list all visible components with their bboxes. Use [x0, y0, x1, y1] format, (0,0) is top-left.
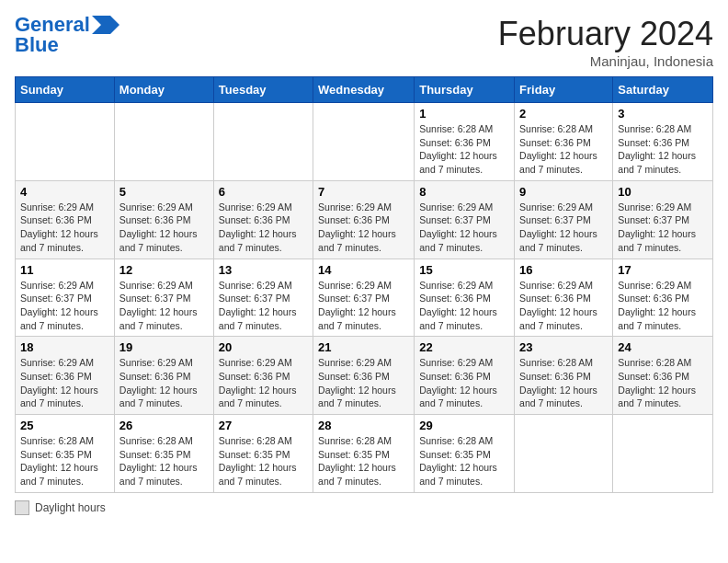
day-detail: Sunrise: 6:29 AM Sunset: 6:36 PM Dayligh… — [20, 201, 109, 255]
day-detail: Sunrise: 6:28 AM Sunset: 6:35 PM Dayligh… — [20, 434, 109, 488]
day-number: 7 — [318, 185, 409, 199]
day-number: 17 — [618, 263, 708, 277]
day-detail: Sunrise: 6:28 AM Sunset: 6:35 PM Dayligh… — [318, 434, 409, 488]
day-number: 21 — [318, 340, 409, 354]
calendar-cell: 14Sunrise: 6:29 AM Sunset: 6:37 PM Dayli… — [313, 259, 415, 337]
day-detail: Sunrise: 6:29 AM Sunset: 6:36 PM Dayligh… — [519, 279, 608, 333]
logo-blue-text: Blue — [15, 35, 59, 55]
day-header-tuesday: Tuesday — [213, 77, 313, 103]
calendar-cell: 24Sunrise: 6:28 AM Sunset: 6:36 PM Dayli… — [613, 337, 713, 415]
day-detail: Sunrise: 6:29 AM Sunset: 6:36 PM Dayligh… — [618, 279, 708, 333]
calendar-cell: 19Sunrise: 6:29 AM Sunset: 6:36 PM Dayli… — [114, 337, 213, 415]
day-number: 4 — [20, 185, 109, 199]
calendar-cell — [313, 103, 415, 181]
day-detail: Sunrise: 6:29 AM Sunset: 6:36 PM Dayligh… — [20, 356, 109, 410]
calendar-cell: 6Sunrise: 6:29 AM Sunset: 6:36 PM Daylig… — [213, 180, 313, 259]
calendar-cell — [114, 103, 213, 181]
day-number: 20 — [219, 340, 308, 354]
month-title: February 2024 — [498, 15, 713, 53]
day-detail: Sunrise: 6:29 AM Sunset: 6:37 PM Dayligh… — [219, 279, 308, 333]
day-detail: Sunrise: 6:29 AM Sunset: 6:37 PM Dayligh… — [119, 279, 209, 333]
day-number: 27 — [219, 419, 308, 432]
calendar-cell: 27Sunrise: 6:28 AM Sunset: 6:35 PM Dayli… — [213, 415, 313, 493]
day-number: 15 — [419, 263, 509, 277]
day-detail: Sunrise: 6:29 AM Sunset: 6:37 PM Dayligh… — [618, 201, 708, 255]
calendar-cell — [515, 415, 613, 493]
day-detail: Sunrise: 6:29 AM Sunset: 6:36 PM Dayligh… — [219, 356, 308, 410]
day-detail: Sunrise: 6:29 AM Sunset: 6:36 PM Dayligh… — [119, 356, 209, 410]
day-detail: Sunrise: 6:29 AM Sunset: 6:36 PM Dayligh… — [119, 201, 209, 255]
day-detail: Sunrise: 6:28 AM Sunset: 6:35 PM Dayligh… — [119, 434, 209, 488]
day-number: 13 — [219, 263, 308, 277]
calendar-cell: 10Sunrise: 6:29 AM Sunset: 6:37 PM Dayli… — [613, 180, 713, 259]
calendar-table: SundayMondayTuesdayWednesdayThursdayFrid… — [15, 76, 713, 493]
calendar-cell: 29Sunrise: 6:28 AM Sunset: 6:35 PM Dayli… — [415, 415, 515, 493]
calendar-cell: 3Sunrise: 6:28 AM Sunset: 6:36 PM Daylig… — [613, 103, 713, 181]
day-header-friday: Friday — [515, 77, 613, 103]
day-number: 28 — [318, 419, 409, 432]
calendar-cell: 25Sunrise: 6:28 AM Sunset: 6:35 PM Dayli… — [16, 415, 115, 493]
day-number: 10 — [618, 185, 708, 199]
day-detail: Sunrise: 6:28 AM Sunset: 6:35 PM Dayligh… — [419, 434, 509, 488]
day-detail: Sunrise: 6:28 AM Sunset: 6:35 PM Dayligh… — [219, 434, 308, 488]
day-number: 5 — [119, 185, 209, 199]
day-header-wednesday: Wednesday — [313, 77, 415, 103]
calendar-cell — [613, 415, 713, 493]
day-detail: Sunrise: 6:28 AM Sunset: 6:36 PM Dayligh… — [419, 122, 509, 177]
day-number: 16 — [519, 263, 608, 277]
day-number: 23 — [519, 340, 608, 354]
day-number: 19 — [119, 340, 209, 354]
day-number: 25 — [20, 419, 109, 432]
calendar-cell: 11Sunrise: 6:29 AM Sunset: 6:37 PM Dayli… — [16, 259, 115, 337]
day-number: 14 — [318, 263, 409, 277]
calendar-cell: 9Sunrise: 6:29 AM Sunset: 6:37 PM Daylig… — [515, 180, 613, 259]
day-number: 26 — [119, 419, 209, 432]
calendar-cell: 12Sunrise: 6:29 AM Sunset: 6:37 PM Dayli… — [114, 259, 213, 337]
title-block: February 2024 Maninjau, Indonesia — [498, 15, 713, 69]
calendar-cell: 4Sunrise: 6:29 AM Sunset: 6:36 PM Daylig… — [16, 180, 115, 259]
legend-label: Daylight hours — [35, 501, 106, 514]
day-header-sunday: Sunday — [16, 77, 115, 103]
day-header-monday: Monday — [114, 77, 213, 103]
calendar-cell: 23Sunrise: 6:28 AM Sunset: 6:36 PM Dayli… — [515, 337, 613, 415]
day-number: 22 — [419, 340, 509, 354]
calendar-cell: 8Sunrise: 6:29 AM Sunset: 6:37 PM Daylig… — [415, 180, 515, 259]
calendar-cell: 26Sunrise: 6:28 AM Sunset: 6:35 PM Dayli… — [114, 415, 213, 493]
calendar-cell: 17Sunrise: 6:29 AM Sunset: 6:36 PM Dayli… — [613, 259, 713, 337]
calendar-cell: 5Sunrise: 6:29 AM Sunset: 6:36 PM Daylig… — [114, 180, 213, 259]
day-detail: Sunrise: 6:28 AM Sunset: 6:36 PM Dayligh… — [519, 122, 608, 177]
day-detail: Sunrise: 6:29 AM Sunset: 6:36 PM Dayligh… — [219, 201, 308, 255]
calendar-cell: 1Sunrise: 6:28 AM Sunset: 6:36 PM Daylig… — [415, 103, 515, 181]
calendar-cell: 22Sunrise: 6:29 AM Sunset: 6:36 PM Dayli… — [415, 337, 515, 415]
calendar-cell — [16, 103, 115, 181]
calendar-cell: 18Sunrise: 6:29 AM Sunset: 6:36 PM Dayli… — [16, 337, 115, 415]
day-number: 11 — [20, 263, 109, 277]
calendar-cell: 7Sunrise: 6:29 AM Sunset: 6:36 PM Daylig… — [313, 180, 415, 259]
day-number: 29 — [419, 419, 509, 432]
logo-text: General — [15, 15, 90, 35]
day-number: 6 — [219, 185, 308, 199]
day-number: 2 — [519, 107, 608, 121]
page-header: General Blue February 2024 Maninjau, Ind… — [15, 15, 713, 69]
calendar-cell: 16Sunrise: 6:29 AM Sunset: 6:36 PM Dayli… — [515, 259, 613, 337]
day-detail: Sunrise: 6:29 AM Sunset: 6:36 PM Dayligh… — [419, 279, 509, 333]
day-number: 1 — [419, 107, 509, 121]
calendar-cell: 21Sunrise: 6:29 AM Sunset: 6:36 PM Dayli… — [313, 337, 415, 415]
day-detail: Sunrise: 6:29 AM Sunset: 6:36 PM Dayligh… — [318, 356, 409, 410]
calendar-cell: 20Sunrise: 6:29 AM Sunset: 6:36 PM Dayli… — [213, 337, 313, 415]
calendar-cell: 2Sunrise: 6:28 AM Sunset: 6:36 PM Daylig… — [515, 103, 613, 181]
day-number: 18 — [20, 340, 109, 354]
day-detail: Sunrise: 6:28 AM Sunset: 6:36 PM Dayligh… — [618, 122, 708, 177]
day-number: 24 — [618, 340, 708, 354]
svg-marker-0 — [92, 16, 119, 34]
calendar-cell: 13Sunrise: 6:29 AM Sunset: 6:37 PM Dayli… — [213, 259, 313, 337]
day-detail: Sunrise: 6:29 AM Sunset: 6:36 PM Dayligh… — [419, 356, 509, 410]
calendar-cell: 15Sunrise: 6:29 AM Sunset: 6:36 PM Dayli… — [415, 259, 515, 337]
calendar-cell — [213, 103, 313, 181]
day-header-saturday: Saturday — [613, 77, 713, 103]
day-detail: Sunrise: 6:29 AM Sunset: 6:37 PM Dayligh… — [318, 279, 409, 333]
calendar-cell: 28Sunrise: 6:28 AM Sunset: 6:35 PM Dayli… — [313, 415, 415, 493]
day-detail: Sunrise: 6:29 AM Sunset: 6:37 PM Dayligh… — [519, 201, 608, 255]
location: Maninjau, Indonesia — [498, 53, 713, 69]
day-detail: Sunrise: 6:29 AM Sunset: 6:37 PM Dayligh… — [20, 279, 109, 333]
